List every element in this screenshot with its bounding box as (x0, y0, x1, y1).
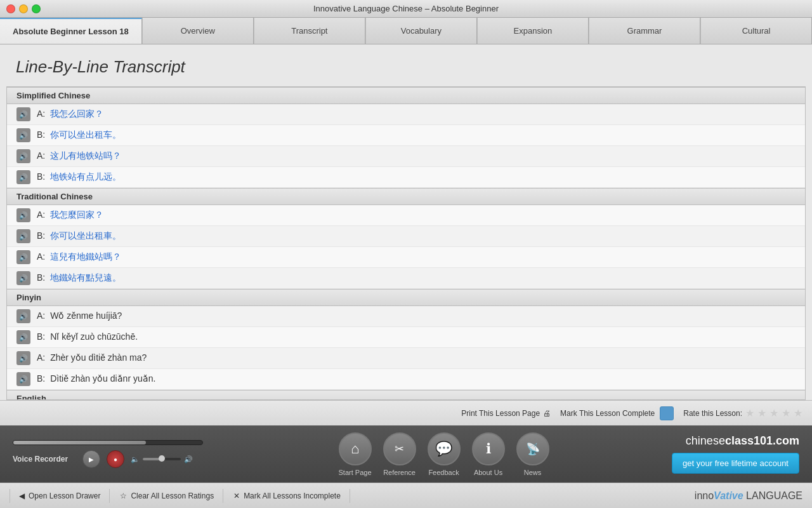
audio-button[interactable]: 🔊 (16, 170, 30, 184)
cta-area: chineseclass101.com get your free lifeti… (672, 434, 799, 474)
titlebar: Innovative Language Chinese – Absolute B… (0, 0, 812, 18)
maximize-button[interactable] (32, 4, 41, 13)
table-row: 🔊 A: 我怎麼回家？ (7, 205, 805, 226)
tab-cultural[interactable]: Cultural (700, 18, 812, 44)
audio-button[interactable]: 🔊 (16, 128, 30, 142)
speaker-label: A: (37, 352, 45, 363)
line-content: 地铁站有点儿远。 (50, 171, 121, 182)
table-row: 🔊 A: 我怎么回家？ (7, 104, 805, 125)
star-3[interactable]: ★ (769, 407, 778, 419)
about-us-icon: ℹ (472, 432, 505, 465)
table-row: 🔊 A: Wǒ zěnme huíjiā? (7, 306, 805, 327)
clear-ratings-label: Clear All Lesson Ratings (131, 491, 214, 500)
navbar: Voice Recorder ▶ ● 🔈 🔊 ⌂ Start Page (0, 425, 812, 483)
line-content: Zhèr yǒu dìtiě zhàn ma? (50, 352, 147, 363)
speaker-label: A: (37, 210, 45, 220)
star-1[interactable]: ★ (745, 407, 754, 419)
star-4[interactable]: ★ (782, 407, 790, 419)
table-row: 🔊 B: Nǐ kěyǐ zuò chūzūchē. (7, 327, 805, 348)
nav-start-page[interactable]: ⌂ Start Page (336, 432, 374, 476)
news-icon: 📡 (516, 432, 549, 465)
table-row: 🔊 B: 你可以坐出租车。 (7, 125, 805, 146)
audio-button[interactable]: 🔊 (16, 330, 30, 344)
table-row: 🔊 A: 這兒有地鐵站嗎？ (7, 247, 805, 268)
tab-vocabulary[interactable]: Vocabulary (365, 18, 477, 44)
nav-icons: ⌂ Start Page ✂ Reference 💬 Feedback ℹ Ab… (336, 432, 552, 476)
audio-button[interactable]: 🔊 (16, 271, 30, 285)
volume-low-icon: 🔈 (131, 455, 140, 464)
tab-transcript[interactable]: Transcript (254, 18, 365, 44)
audio-button[interactable]: 🔊 (16, 309, 30, 323)
page-title: Line-By-Line Transcript (16, 57, 796, 77)
tab-overview[interactable]: Overview (142, 18, 254, 44)
transcript-scroll[interactable]: Simplified Chinese 🔊 A: 我怎么回家？ 🔊 B: 你可以坐… (6, 86, 806, 400)
recorder-controls: Voice Recorder ▶ ● 🔈 🔊 (13, 450, 216, 468)
speaker-label: A: (37, 150, 45, 161)
nav-reference[interactable]: ✂ Reference (381, 432, 419, 476)
play-button[interactable]: ▶ (82, 450, 100, 468)
table-row: 🔊 B: Dìtiě zhàn yǒu diǎnr yuǎn. (7, 369, 805, 390)
line-content: 你可以坐出租車。 (50, 231, 121, 241)
audio-button[interactable]: 🔊 (16, 107, 30, 121)
start-page-icon: ⌂ (339, 432, 372, 465)
cta-brand: chineseclass101.com (686, 434, 799, 448)
footer-bar: ◀ Open Lesson Drawer ☆ Clear All Lesson … (0, 483, 812, 508)
line-content: 地鐵站有點兒遠。 (50, 272, 121, 283)
about-us-label: About Us (474, 469, 502, 476)
line-content: 我怎么回家？ (50, 109, 103, 119)
clear-ratings-icon: ☆ (120, 491, 127, 500)
voice-recorder: Voice Recorder ▶ ● 🔈 🔊 (13, 440, 216, 468)
table-row: 🔊 B: 地鐵站有點兒遠。 (7, 268, 805, 289)
audio-button[interactable]: 🔊 (16, 250, 30, 264)
nav-news[interactable]: 📡 News (514, 432, 552, 476)
table-row: 🔊 B: 你可以坐出租車。 (7, 226, 805, 247)
record-button[interactable]: ● (107, 450, 124, 468)
mark-complete-button[interactable]: Mark This Lesson Complete (560, 406, 674, 420)
nav-about-us[interactable]: ℹ About Us (469, 432, 508, 476)
tab-expansion[interactable]: Expansion (477, 18, 589, 44)
section-header-traditional: Traditional Chinese (7, 188, 805, 205)
complete-checkbox[interactable] (660, 406, 674, 420)
line-content: 這兒有地鐵站嗎？ (50, 251, 121, 262)
rate-lesson-area: Rate this Lesson: ★ ★ ★ ★ ★ (683, 407, 802, 419)
tab-grammar[interactable]: Grammar (589, 18, 700, 44)
audio-button[interactable]: 🔊 (16, 149, 30, 163)
open-lesson-button[interactable]: ◀ Open Lesson Drawer (10, 489, 110, 503)
window-title: Innovative Language Chinese – Absolute B… (313, 4, 499, 13)
cta-button[interactable]: get your free lifetime account (672, 453, 799, 474)
mark-incomplete-button[interactable]: ✕ Mark All Lessons Incomplete (225, 489, 350, 503)
window-controls (6, 4, 41, 13)
speaker-label: B: (37, 272, 45, 283)
nav-feedback[interactable]: 💬 Feedback (425, 432, 463, 476)
section-header-simplified: Simplified Chinese (7, 87, 805, 104)
line-content: 你可以坐出租车。 (50, 130, 121, 140)
line-content: Nǐ kěyǐ zuò chūzūchē. (50, 331, 138, 342)
bottom-toolbar: Print This Lesson Page 🖨 Mark This Lesso… (0, 400, 812, 425)
line-content: 这儿有地铁站吗？ (50, 150, 121, 161)
audio-button[interactable]: 🔊 (16, 372, 30, 386)
print-icon: 🖨 (543, 409, 551, 418)
feedback-label: Feedback (428, 469, 459, 476)
progress-bar-track[interactable] (13, 440, 203, 445)
volume-high-icon: 🔊 (184, 455, 193, 464)
speaker-label: B: (37, 171, 45, 182)
volume-slider-thumb[interactable] (159, 455, 165, 462)
feedback-icon: 💬 (428, 432, 461, 465)
footer-brand-accent: Vative (714, 490, 743, 501)
close-button[interactable] (6, 4, 15, 13)
star-2[interactable]: ★ (757, 407, 766, 419)
audio-button[interactable]: 🔊 (16, 351, 30, 365)
table-row: 🔊 A: 这儿有地铁站吗？ (7, 146, 805, 167)
start-page-label: Start Page (339, 469, 372, 476)
print-button[interactable]: Print This Lesson Page 🖨 (461, 409, 551, 418)
tab-active[interactable]: Absolute Beginner Lesson 18 (0, 18, 142, 44)
volume-slider-track[interactable] (143, 458, 181, 460)
minimize-button[interactable] (19, 4, 28, 13)
content-area: Line-By-Line Transcript Simplified Chine… (0, 44, 812, 425)
footer-brand: innoVative LANGUAGE (695, 490, 802, 502)
star-5[interactable]: ★ (794, 407, 802, 419)
clear-ratings-button[interactable]: ☆ Clear All Lesson Ratings (111, 489, 223, 503)
audio-button[interactable]: 🔊 (16, 208, 30, 222)
open-lesson-icon: ◀ (19, 491, 25, 500)
audio-button[interactable]: 🔊 (16, 229, 30, 243)
